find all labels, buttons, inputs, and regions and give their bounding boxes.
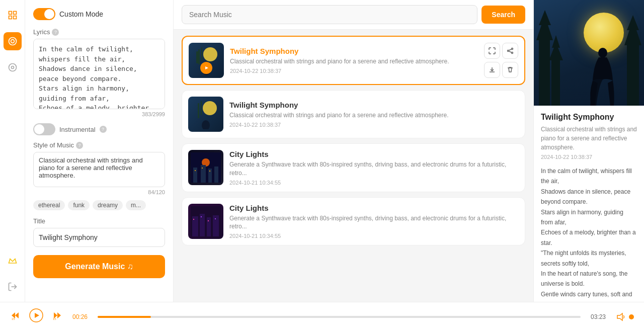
- lyrics-char-count: 383/2999: [33, 111, 165, 117]
- svg-text:15: 15: [12, 317, 15, 320]
- player-bar: 15 15 00:26 03:23: [0, 302, 644, 331]
- progress-bar[interactable]: [98, 316, 581, 318]
- lyrics-input[interactable]: In the calm of twilight, whispers fill t…: [33, 39, 165, 109]
- svg-point-21: [202, 120, 210, 129]
- volume-icon[interactable]: [616, 312, 626, 322]
- svg-point-15: [512, 48, 513, 50]
- player-controls: 15 15: [10, 308, 62, 325]
- svg-rect-27: [201, 165, 206, 183]
- song-card-4[interactable]: City Lights Generate a Synthwave track w…: [182, 197, 525, 246]
- search-input[interactable]: [182, 5, 477, 24]
- right-panel-content: Twilight Symphony Classical orchestral w…: [534, 106, 644, 302]
- download-btn-1[interactable]: [484, 62, 500, 78]
- style-char-count: 84/120: [33, 189, 165, 195]
- svg-rect-30: [195, 170, 196, 171]
- right-panel: Twilight Symphony Classical orchestral w…: [533, 0, 644, 302]
- song-list: Twilight Symphony Classical orchestral w…: [174, 30, 533, 302]
- svg-line-19: [509, 51, 512, 52]
- search-button[interactable]: Search: [481, 6, 525, 24]
- sidebar: [0, 0, 25, 302]
- style-help-icon[interactable]: ?: [76, 142, 83, 149]
- song-card-3[interactable]: City Lights Generate a Synthwave track w…: [182, 143, 525, 192]
- svg-rect-29: [214, 167, 218, 183]
- svg-rect-40: [208, 220, 209, 221]
- svg-rect-39: [201, 216, 202, 217]
- left-panel: Custom Mode Lyrics ? In the calm of twil…: [25, 0, 174, 302]
- sidebar-icon-logout[interactable]: [4, 278, 22, 296]
- song-card-1[interactable]: Twilight Symphony Classical orchestral w…: [182, 36, 525, 85]
- svg-rect-12: [201, 47, 202, 61]
- volume-dot: [629, 314, 634, 319]
- song-thumb-3: [188, 150, 223, 185]
- tag-funk[interactable]: funk: [68, 200, 90, 210]
- generate-button[interactable]: Generate Music ♫: [33, 255, 165, 278]
- svg-point-5: [9, 38, 16, 45]
- instrumental-toggle[interactable]: [33, 123, 55, 135]
- sidebar-icon-music[interactable]: [4, 32, 22, 50]
- svg-marker-47: [617, 313, 622, 320]
- song-thumb-4: [188, 204, 223, 239]
- center-panel: Search Twilight: [174, 0, 533, 302]
- svg-rect-3: [13, 16, 16, 19]
- song-title-2: Twilight Symphony: [229, 101, 519, 109]
- song-date-2: 2024-10-22 10:38:37: [229, 122, 519, 128]
- svg-marker-14: [205, 66, 208, 69]
- total-time: 03:23: [591, 313, 606, 320]
- svg-point-20: [203, 101, 217, 115]
- song-date-3: 2024-10-21 10:34:55: [229, 180, 519, 186]
- title-label: Title: [33, 217, 165, 225]
- svg-rect-11: [198, 49, 200, 64]
- volume-area: [616, 312, 634, 322]
- song-title-3: City Lights: [229, 150, 519, 158]
- sidebar-icon-crown[interactable]: [4, 252, 22, 270]
- play-button[interactable]: [29, 308, 43, 325]
- svg-rect-2: [9, 16, 12, 19]
- song-desc-1: Classical orchestral with strings and pi…: [230, 57, 512, 66]
- lyrics-help-icon[interactable]: ?: [52, 29, 59, 36]
- title-input[interactable]: [33, 228, 165, 247]
- song-thumb-2: [188, 97, 223, 132]
- svg-rect-1: [13, 12, 16, 15]
- svg-rect-22: [198, 103, 199, 118]
- tag-ethereal[interactable]: ethereal: [33, 200, 65, 210]
- share-btn-1[interactable]: [502, 43, 518, 59]
- svg-rect-38: [193, 219, 194, 220]
- song-card-2[interactable]: Twilight Symphony Classical orchestral w…: [182, 90, 525, 138]
- svg-point-9: [203, 47, 217, 61]
- song-date-4: 2024-10-21 10:34:55: [229, 233, 519, 239]
- svg-rect-35: [200, 214, 205, 236]
- sidebar-icon-grid[interactable]: [4, 6, 22, 24]
- right-panel-image: [534, 0, 644, 106]
- song-info-1: Twilight Symphony Classical orchestral w…: [230, 47, 512, 74]
- instrumental-help-icon[interactable]: ?: [100, 126, 107, 133]
- svg-rect-31: [202, 168, 203, 169]
- sidebar-icon-vinyl[interactable]: [4, 58, 22, 76]
- right-song-desc: Classical orchestral with strings and pi…: [541, 125, 637, 152]
- song-desc-4: Generate a Synthwave track with 80s-insp…: [229, 214, 519, 231]
- style-input[interactable]: Classical orchestral with strings and pi…: [33, 152, 165, 187]
- svg-point-6: [9, 64, 16, 71]
- song-info-4: City Lights Generate a Synthwave track w…: [229, 204, 519, 239]
- right-song-date: 2024-10-22 10:38:37: [541, 154, 637, 160]
- svg-point-16: [512, 52, 513, 54]
- svg-line-18: [509, 49, 512, 50]
- expand-btn-1[interactable]: [484, 43, 500, 59]
- delete-btn-1[interactable]: [502, 62, 518, 78]
- progress-fill: [98, 316, 151, 318]
- tag-more[interactable]: m...: [126, 200, 146, 210]
- svg-rect-34: [192, 216, 198, 236]
- song-title-4: City Lights: [229, 204, 519, 212]
- svg-rect-23: [201, 101, 202, 115]
- rewind-button[interactable]: 15: [10, 310, 21, 323]
- right-lyrics: In the calm of twilight, whispers fill t…: [541, 166, 637, 302]
- svg-rect-0: [9, 12, 12, 15]
- custom-mode-toggle[interactable]: [33, 8, 55, 20]
- svg-rect-32: [209, 171, 210, 172]
- song-thumb-1: [189, 43, 224, 78]
- fast-forward-button[interactable]: 15: [51, 310, 62, 323]
- svg-rect-36: [207, 217, 211, 236]
- instrumental-label: Instrumental: [59, 126, 96, 133]
- svg-rect-26: [193, 168, 197, 183]
- song-info-3: City Lights Generate a Synthwave track w…: [229, 150, 519, 186]
- tag-dreamy[interactable]: dreamy: [93, 200, 123, 210]
